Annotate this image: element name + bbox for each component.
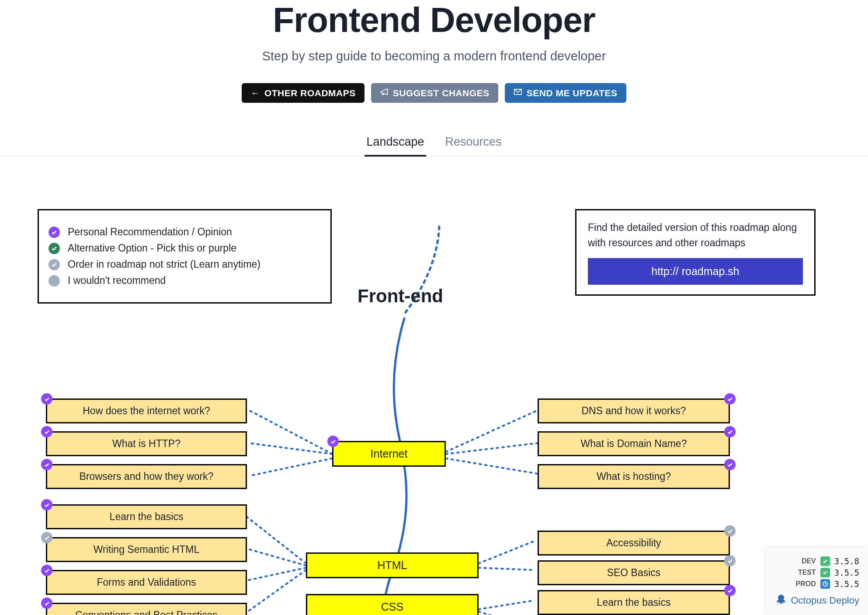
legend-personal-label: Personal Recommendation / Opinion: [68, 226, 232, 238]
check-icon: [49, 227, 60, 238]
check-icon: [724, 426, 736, 437]
legend-alternative-label: Alternative Option - Pick this or purple: [68, 242, 236, 254]
clock-icon: [820, 579, 830, 589]
check-icon: [41, 459, 52, 470]
tab-resources[interactable]: Resources: [444, 129, 503, 156]
ad-env-prod: PROD 3.5.5: [775, 579, 859, 589]
node-css-basics[interactable]: Learn the basics: [538, 590, 730, 615]
check-icon: [41, 565, 52, 576]
check-icon: [724, 393, 736, 405]
node-internet-how[interactable]: How does the internet work?: [46, 398, 247, 423]
page-subtitle: Step by step guide to becoming a modern …: [0, 49, 868, 63]
envelope-icon: [514, 87, 522, 98]
node-html-conventions[interactable]: Conventions and Best Practices: [46, 603, 247, 615]
check-icon: [724, 525, 736, 537]
legend-not-label: I wouldn't recommend: [68, 275, 166, 287]
diagram-title: Front-end: [358, 286, 443, 307]
ad-brand-label: Octopus Deploy: [791, 595, 859, 606]
other-roadmaps-label: OTHER ROADMAPS: [264, 88, 356, 98]
node-html-accessibility[interactable]: Accessibility: [538, 531, 730, 556]
info-text: Find the detailed version of this roadma…: [588, 220, 803, 250]
ad-env-version: 3.5.8: [834, 556, 859, 566]
check-icon: [820, 568, 830, 577]
tab-landscape[interactable]: Landscape: [365, 129, 426, 157]
check-icon: [49, 243, 60, 254]
check-icon: [41, 532, 52, 543]
node-internet[interactable]: Internet: [332, 441, 446, 467]
ad-env-label: PROD: [796, 580, 816, 588]
ad-brand: Octopus Deploy: [775, 593, 859, 608]
legend-personal: Personal Recommendation / Opinion: [49, 226, 260, 238]
megaphone-icon: [380, 87, 389, 98]
arrow-left-icon: ←: [250, 88, 260, 98]
check-icon: [41, 598, 52, 609]
other-roadmaps-button[interactable]: ← OTHER ROADMAPS: [242, 83, 364, 103]
node-internet-domain[interactable]: What is Domain Name?: [538, 431, 730, 456]
node-html-basics[interactable]: Learn the basics: [46, 504, 247, 529]
check-icon: [820, 556, 830, 566]
send-updates-label: SEND ME UPDATES: [527, 88, 618, 98]
legend-alternative: Alternative Option - Pick this or purple: [49, 242, 260, 254]
check-icon: [49, 259, 60, 270]
legend-order-label: Order in roadmap not strict (Learn anyti…: [68, 259, 260, 270]
roadmap-url-button[interactable]: http:// roadmap.sh: [588, 258, 803, 285]
legend-not-recommend: I wouldn't recommend: [49, 275, 260, 287]
node-html-forms[interactable]: Forms and Validations: [46, 570, 247, 595]
check-icon: [724, 555, 736, 566]
check-icon: [41, 426, 52, 437]
check-icon: [41, 499, 52, 510]
node-html[interactable]: HTML: [306, 552, 479, 578]
node-internet-browsers[interactable]: Browsers and how they work?: [46, 464, 247, 489]
node-html-seo[interactable]: SEO Basics: [538, 560, 730, 585]
page-title: Frontend Developer: [0, 0, 868, 40]
ad-env-dev: DEV 3.5.8: [775, 556, 859, 566]
check-icon: [41, 393, 52, 405]
check-icon: [724, 459, 736, 470]
ad-widget[interactable]: DEV 3.5.8 TEST 3.5.5 PROD 3.5.5 Octopus …: [766, 548, 868, 615]
ad-env-version: 3.5.5: [834, 568, 859, 577]
node-html-semantic[interactable]: Writing Semantic HTML: [46, 537, 247, 562]
legend-box: Personal Recommendation / Opinion Altern…: [38, 209, 332, 304]
check-icon: [724, 585, 736, 596]
ad-env-test: TEST 3.5.5: [775, 568, 859, 577]
ad-env-label: DEV: [802, 557, 816, 565]
legend-order: Order in roadmap not strict (Learn anyti…: [49, 259, 260, 270]
dot-icon: [49, 275, 60, 287]
node-internet-dns[interactable]: DNS and how it works?: [538, 398, 730, 423]
info-box: Find the detailed version of this roadma…: [575, 209, 816, 296]
node-css[interactable]: CSS: [306, 594, 479, 615]
node-internet-hosting[interactable]: What is hosting?: [538, 464, 730, 489]
ad-env-version: 3.5.5: [834, 579, 859, 589]
suggest-changes-label: SUGGEST CHANGES: [393, 88, 490, 98]
node-internet-http[interactable]: What is HTTP?: [46, 431, 247, 456]
check-icon: [327, 436, 339, 447]
octopus-icon: [775, 593, 787, 608]
suggest-changes-button[interactable]: SUGGEST CHANGES: [371, 83, 498, 103]
ad-env-label: TEST: [798, 569, 816, 577]
send-updates-button[interactable]: SEND ME UPDATES: [505, 83, 626, 103]
